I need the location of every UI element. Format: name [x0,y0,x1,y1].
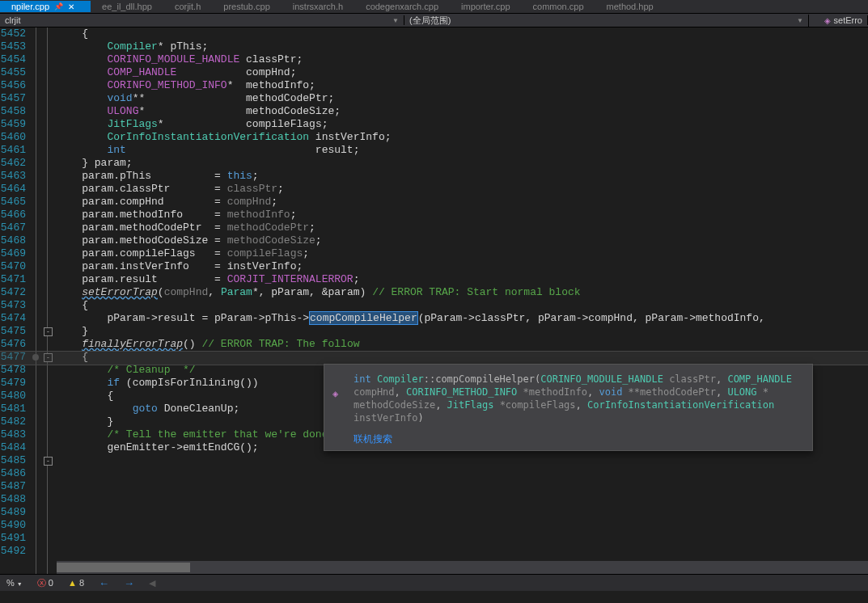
tab-npiler-cpp[interactable]: npiler.cpp📌✕ [0,1,91,12]
code-line[interactable]: pParam->result = pParam->pThis->compComp… [57,312,868,325]
code-line[interactable]: param.instVerInfo = instVerInfo; [57,260,868,273]
line-number: 5473 [0,299,26,312]
line-number: 5459 [0,118,26,131]
code-line[interactable]: Compiler* pThis; [57,40,868,53]
crumb-project-label: clrjit [5,15,21,25]
code-line[interactable]: ULONG* methodCodeSize; [57,105,868,118]
code-line[interactable]: setErrorTrap(compHnd, Param*, pParam, &p… [57,286,868,299]
code-line[interactable]: param.pThis = this; [57,170,868,183]
method-icon: ◈ [332,387,338,400]
scrollbar-thumb[interactable] [57,563,190,572]
nav-back-icon[interactable]: ← [99,577,109,589]
line-number: 5480 [0,390,26,403]
line-number: 5452 [0,27,26,40]
crumb-scope[interactable]: (全局范围) ▼ [404,15,809,27]
scroll-left-icon[interactable]: ◀ [149,578,155,588]
line-number: 5492 [0,545,26,558]
code-line[interactable]: } [57,325,868,338]
line-number: 5464 [0,183,26,196]
tab-label: prestub.cpp [223,2,269,11]
tab-label: importer.cpp [461,2,510,11]
code-line[interactable]: { [57,299,868,312]
crumb-scope-label: (全局范围) [409,15,451,27]
crumb-member[interactable]: ◈ setErro [809,15,868,25]
code-line[interactable]: COMP_HANDLE compHnd; [57,66,868,79]
tab-importer-cpp[interactable]: importer.cpp [450,1,522,12]
line-number: 5463 [0,170,26,183]
crumb-member-label: setErro [834,15,862,25]
line-number: 5490 [0,519,26,532]
code-line[interactable]: CORINFO_MODULE_HANDLE classPtr; [57,53,868,66]
line-number: 5470 [0,260,26,273]
code-line[interactable]: } param; [57,157,868,170]
tab-prestub-cpp[interactable]: prestub.cpp [212,1,281,12]
line-number: 5454 [0,53,26,66]
line-number: 5457 [0,92,26,105]
tab-codegenxarch-cpp[interactable]: codegenxarch.cpp [354,1,450,12]
crumb-project[interactable]: clrjit ▼ [0,15,404,25]
chevron-down-icon: ▼ [17,581,23,587]
tab-label: instrsxarch.h [293,2,343,11]
code-line[interactable]: param.classPtr = classPtr; [57,183,868,196]
line-number: 5479 [0,377,26,390]
code-editor[interactable]: 5452545354545455545654575458545954605461… [0,27,868,576]
line-number: 5475 [0,325,26,338]
horizontal-scrollbar[interactable] [57,561,868,574]
tab-bar: npiler.cpp📌✕ee_il_dll.hppcorjit.hprestub… [0,0,868,14]
code-line[interactable]: JitFlags* compileFlags; [57,118,868,131]
tooltip-search-online-link[interactable]: 联机搜索 [354,432,802,445]
code-line[interactable]: int result; [57,144,868,157]
intellisense-tooltip: ◈ int Compiler::compCompileHelper(CORINF… [324,364,813,451]
nav-forward-icon[interactable]: → [124,577,134,589]
tab-label: corjit.h [175,2,201,11]
tooltip-signature: int Compiler::compCompileHelper(CORINFO_… [354,373,792,424]
tab-ee_il_dll-hpp[interactable]: ee_il_dll.hpp [91,1,163,12]
tab-method-hpp[interactable]: method.hpp [595,1,665,12]
tab-instrsxarch-h[interactable]: instrsxarch.h [282,1,354,12]
code-line[interactable]: param.compileFlags = compileFlags; [57,247,868,260]
fold-toggle[interactable]: - [44,327,53,336]
pin-icon[interactable]: 📌 [54,2,63,11]
line-number: 5467 [0,221,26,234]
code-line[interactable]: { [57,27,868,40]
warnings-indicator[interactable]: ▲ 8 [68,578,84,588]
breakpoint-marker[interactable] [32,354,39,361]
line-number: 5486 [0,467,26,480]
errors-indicator[interactable]: ⓧ 0 [37,577,53,589]
code-line[interactable]: void** methodCodePtr; [57,92,868,105]
zoom-level[interactable]: % ▼ [6,578,23,588]
code-area[interactable]: { Compiler* pThis; CORINFO_MODULE_HANDLE… [57,27,868,576]
line-number: 5462 [0,157,26,170]
tab-label: common.cpp [533,2,584,11]
code-line[interactable]: param.methodInfo = methodInfo; [57,209,868,221]
code-line[interactable]: param.compHnd = compHnd; [57,196,868,209]
code-line[interactable]: CorInfoInstantiationVerification instVer… [57,131,868,144]
fold-toggle[interactable]: - [44,353,53,362]
close-icon[interactable]: ✕ [68,2,74,11]
tab-common-cpp[interactable]: common.cpp [522,1,595,12]
line-number: 5489 [0,506,26,519]
line-number: 5472 [0,286,26,299]
code-line[interactable]: { [57,351,868,364]
code-line[interactable]: CORINFO_METHOD_INFO* methodInfo; [57,79,868,92]
tab-label: npiler.cpp [11,2,49,11]
tab-label: method.hpp [607,2,654,11]
line-number: 5465 [0,196,26,209]
line-number: 5455 [0,66,26,79]
line-number: 5491 [0,532,26,545]
line-number: 5453 [0,40,26,53]
code-line[interactable]: finallyErrorTrap() // ERROR TRAP: The fo… [57,338,868,351]
selected-token: compCompileHelper [309,311,418,325]
tab-label: ee_il_dll.hpp [102,2,152,11]
line-number: 5471 [0,273,26,286]
warning-icon: ▲ [68,578,77,588]
line-number: 5481 [0,403,26,415]
code-line[interactable]: param.result = CORJIT_INTERNALERROR; [57,273,868,286]
status-bar: % ▼ ⓧ 0 ▲ 8 ← → ◀ [0,574,868,591]
fold-toggle[interactable]: - [44,457,53,466]
tab-corjit-h[interactable]: corjit.h [163,1,212,12]
line-number: 5483 [0,428,26,441]
code-line[interactable]: param.methodCodePtr = methodCodePtr; [57,221,868,234]
outline-column: --- [31,27,57,576]
code-line[interactable]: param.methodCodeSize = methodCodeSize; [57,234,868,247]
